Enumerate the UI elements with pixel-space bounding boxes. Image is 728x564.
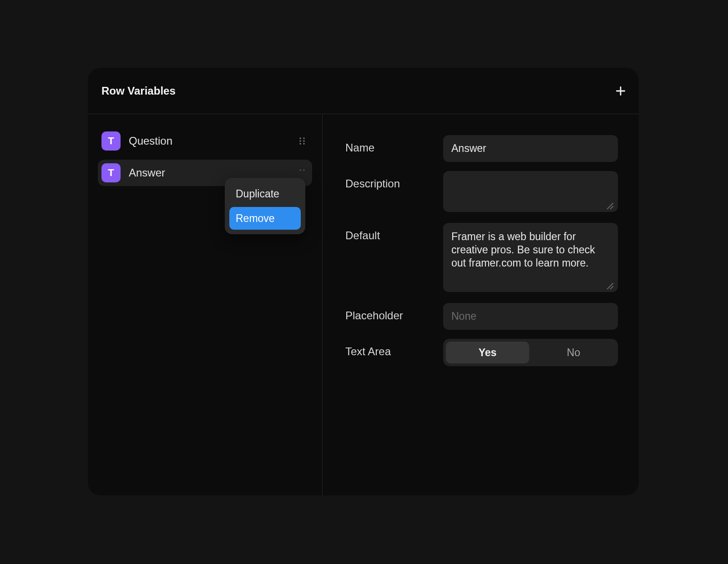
variables-list: T Question T Answer [88, 114, 323, 495]
description-input[interactable] [443, 171, 618, 212]
svg-point-2 [299, 140, 301, 141]
panel-header: Row Variables [88, 68, 639, 114]
row-variables-panel: Row Variables T Question [88, 68, 639, 495]
field-label: Name [345, 135, 443, 154]
variable-row-question[interactable]: T Question [98, 128, 312, 154]
field-label: Text Area [345, 339, 443, 358]
variable-row-label: Question [129, 135, 288, 147]
context-item-remove[interactable]: Remove [229, 207, 301, 230]
field-label: Description [345, 171, 443, 190]
field-row-description: Description [345, 171, 618, 214]
text-area-toggle: Yes No [443, 339, 618, 366]
svg-point-1 [303, 137, 304, 139]
svg-point-4 [299, 143, 301, 144]
text-area-yes[interactable]: Yes [446, 342, 529, 363]
field-label: Placeholder [345, 303, 443, 322]
default-input[interactable] [443, 223, 618, 292]
variable-detail-form: Name Description Default [323, 114, 639, 495]
field-row-default: Default [345, 223, 618, 294]
svg-point-5 [303, 143, 304, 144]
drag-handle-icon[interactable] [297, 167, 308, 178]
field-row-placeholder: Placeholder [345, 303, 618, 330]
text-area-no[interactable]: No [532, 342, 615, 363]
context-item-duplicate[interactable]: Duplicate [229, 182, 301, 205]
variable-context-menu: Duplicate Remove [225, 178, 305, 234]
field-label: Default [345, 223, 443, 242]
svg-point-3 [303, 140, 304, 141]
placeholder-input[interactable] [443, 303, 618, 330]
text-type-icon: T [101, 163, 121, 182]
field-row-name: Name [345, 135, 618, 162]
svg-point-0 [299, 137, 301, 139]
svg-point-7 [303, 169, 304, 171]
drag-handle-icon[interactable] [297, 136, 308, 146]
field-row-textarea: Text Area Yes No [345, 339, 618, 366]
variable-row-label: Answer [129, 166, 288, 179]
panel-title: Row Variables [101, 85, 176, 97]
text-type-icon: T [101, 131, 121, 151]
name-input[interactable] [443, 135, 618, 162]
panel-body: T Question T Answer [88, 114, 639, 495]
plus-icon [615, 85, 627, 97]
add-variable-button[interactable] [614, 85, 627, 97]
svg-point-6 [299, 169, 301, 171]
